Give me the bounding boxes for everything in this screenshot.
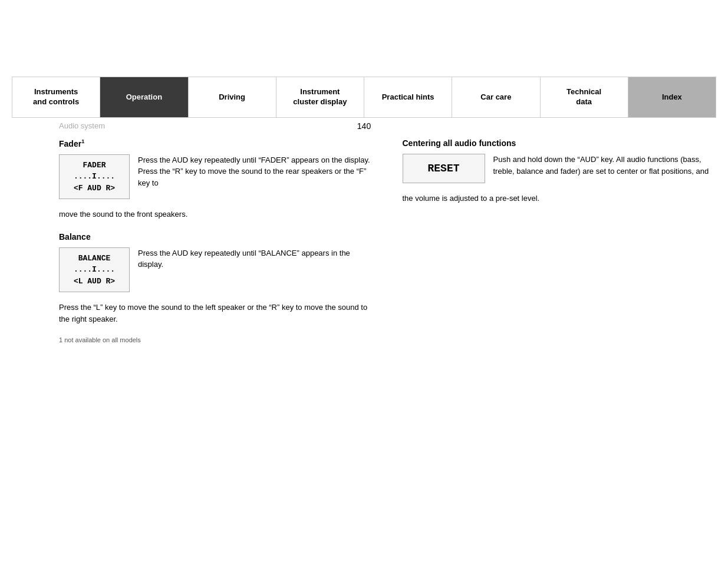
balance-display-line3: <L AUD R> [68,276,121,287]
nav-label-car-care: Car care [480,92,511,103]
balance-heading: Balance [59,232,373,242]
fader-section: Fader1 FADER ....I.... <F AUD R> Press t… [59,138,373,220]
balance-display-line2: ....I.... [68,264,121,276]
left-column: Fader1 FADER ....I.... <F AUD R> Press t… [12,136,373,343]
nav-item-car-care[interactable]: Car care [452,77,540,117]
nav-label-operation: Operation [126,92,162,103]
nav-item-instrument-cluster[interactable]: Instrumentcluster display [276,77,364,117]
right-column: Centering all audio functions RESET Push… [391,136,717,343]
centering-heading: Centering all audio functions [403,138,717,148]
nav-item-instruments[interactable]: Instrumentsand controls [12,77,100,117]
main-content: Fader1 FADER ....I.... <F AUD R> Press t… [12,136,716,343]
fader-display: FADER ....I.... <F AUD R> [59,154,130,200]
fader-display-line1: FADER [68,160,121,171]
page-number: 140 [357,121,371,131]
balance-description2: Press the “L” key to move the sound to t… [59,302,373,325]
balance-section: Balance BALANCE ....I.... <L AUD R> Pres… [59,232,373,325]
fader-description2: move the sound to the front speakers. [59,209,373,220]
nav-label-practical: Practical hints [382,92,434,103]
footnote: 1 not available on all models [59,336,373,343]
nav-label-instrument-cluster: Instrumentcluster display [293,87,347,107]
centering-content: RESET Push and hold down the “AUD” key. … [403,154,717,188]
centering-description2: the volume is adjusted to a pre-set leve… [403,193,717,204]
fader-footnote-ref: 1 [81,138,84,144]
nav-bar: Instrumentsand controls Operation Drivin… [12,77,716,118]
fader-display-line3: <F AUD R> [68,183,121,194]
nav-item-driving[interactable]: Driving [189,77,276,117]
page-header: Audio system 140 [12,121,716,130]
fader-heading: Fader1 [59,138,373,148]
fader-display-line2: ....I.... [68,171,121,183]
nav-label-instruments: Instrumentsand controls [33,87,79,107]
balance-display: BALANCE ....I.... <L AUD R> [59,247,130,293]
balance-display-line1: BALANCE [68,253,121,265]
centering-description: Push and hold down the “AUD” key. All au… [493,154,717,177]
nav-item-practical[interactable]: Practical hints [364,77,452,117]
fader-content: FADER ....I.... <F AUD R> Press the AUD … [59,154,373,204]
fader-description: Press the AUD key repeatedly until “FADE… [138,154,373,189]
nav-label-driving: Driving [219,92,245,103]
section-label: Audio system [59,121,105,130]
nav-item-technical[interactable]: Technicaldata [541,77,628,117]
nav-item-operation[interactable]: Operation [100,77,188,117]
centering-display: RESET [403,154,485,183]
balance-description1: Press the AUD key repeatedly until “BALA… [138,247,373,270]
nav-label-technical: Technicaldata [566,87,601,107]
nav-label-index: Index [662,92,682,103]
nav-item-index[interactable]: Index [628,77,716,117]
balance-content: BALANCE ....I.... <L AUD R> Press the AU… [59,247,373,297]
